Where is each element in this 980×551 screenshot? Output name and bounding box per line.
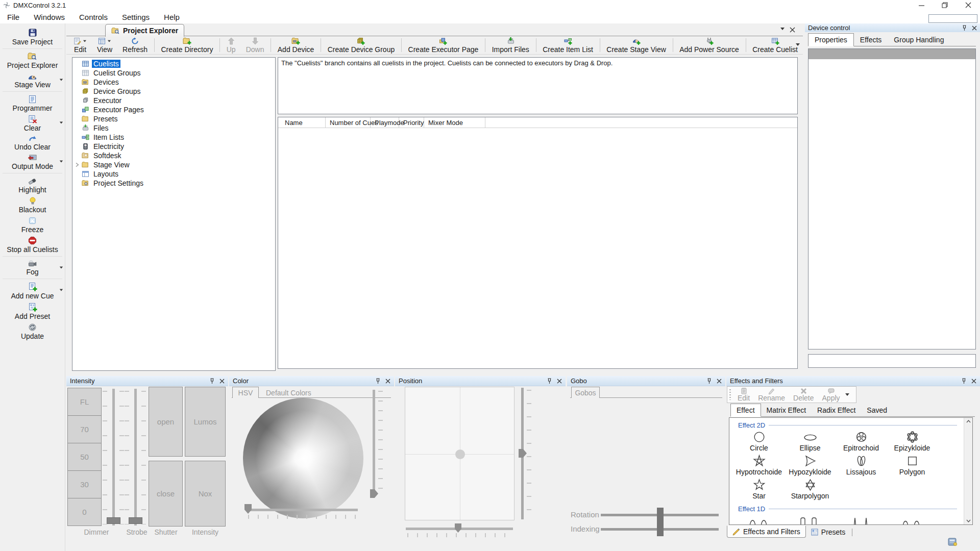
close-panel-icon[interactable] bbox=[717, 379, 722, 384]
tree-item-item-lists[interactable]: Item Lists bbox=[72, 133, 275, 142]
intensity-preset-30[interactable]: 30 bbox=[67, 470, 102, 498]
scroll-up-icon[interactable] bbox=[966, 420, 971, 423]
column-header-mixer-mode[interactable]: Mixer Mode bbox=[424, 117, 485, 128]
effect-item-epitrochoid[interactable]: Epitrochoid bbox=[836, 430, 887, 454]
pin-icon[interactable] bbox=[707, 378, 712, 384]
undo-clear-button[interactable]: Undo Clear bbox=[0, 133, 65, 152]
effect-item-round-wave[interactable] bbox=[887, 513, 938, 525]
pin-icon[interactable] bbox=[376, 378, 380, 384]
view-button[interactable]: View bbox=[92, 36, 117, 54]
pin-icon[interactable] bbox=[962, 25, 967, 31]
bottom-tab-effects-and-filters[interactable]: Effects and Filters bbox=[727, 525, 806, 538]
tree-item-layouts[interactable]: Layouts bbox=[72, 169, 275, 179]
tree-item-cuelists[interactable]: Cuelists bbox=[72, 59, 275, 68]
strobe-slider-thumb[interactable] bbox=[129, 517, 142, 524]
effect-item-wave[interactable] bbox=[733, 513, 785, 525]
tree-item-project-settings[interactable]: Project Settings bbox=[72, 179, 275, 188]
tab-close-icon[interactable] bbox=[790, 27, 795, 33]
create-directory-button[interactable]: Create Directory bbox=[156, 36, 218, 54]
up-button[interactable]: Up bbox=[222, 36, 241, 54]
tab-gobos[interactable]: Gobos bbox=[571, 387, 600, 398]
value-slider-thumb[interactable] bbox=[370, 489, 378, 498]
down-button[interactable]: Down bbox=[241, 36, 270, 54]
intensity-preset-0[interactable]: 0 bbox=[67, 498, 102, 526]
tree-item-cuelist-groups[interactable]: Cuelist Groups bbox=[72, 68, 275, 78]
create-executor-page-button[interactable]: Create Executor Page bbox=[403, 36, 484, 54]
quick-search-field[interactable] bbox=[928, 14, 977, 23]
effect-item-hypotrochoide[interactable]: Hypotrochoide bbox=[733, 454, 785, 478]
close-panel-icon[interactable] bbox=[971, 379, 976, 384]
add-power-source-button[interactable]: Add Power Source bbox=[674, 36, 744, 54]
pin-icon[interactable] bbox=[210, 378, 214, 384]
add-new-cue-button[interactable]: Add new Cue bbox=[0, 281, 65, 301]
update-button[interactable]: Update bbox=[0, 321, 65, 341]
pin-icon[interactable] bbox=[547, 378, 552, 384]
menu-settings[interactable]: Settings bbox=[115, 10, 157, 23]
close-panel-icon[interactable] bbox=[972, 26, 977, 31]
pan-slider-thumb[interactable] bbox=[455, 523, 461, 533]
effect-rename-button[interactable]: Rename bbox=[754, 388, 789, 402]
pin-icon[interactable] bbox=[962, 378, 966, 384]
intensity-nox-button[interactable]: Nox bbox=[185, 461, 226, 527]
tree-item-presets[interactable]: Presets bbox=[72, 114, 275, 123]
create-stage-view-button[interactable]: Create Stage View bbox=[601, 36, 671, 54]
effect-apply-button[interactable]: Apply bbox=[818, 388, 844, 402]
tree-item-device-groups[interactable]: Device Groups bbox=[72, 87, 275, 96]
close-panel-icon[interactable] bbox=[219, 379, 225, 384]
status-tray-icon[interactable] bbox=[947, 537, 958, 547]
effect-item-polygon[interactable]: Polygon bbox=[887, 454, 938, 478]
output-mode-button[interactable]: Output Mode bbox=[0, 152, 65, 171]
effect-item-epizykloide[interactable]: Epizykloide bbox=[887, 430, 938, 454]
tab-properties[interactable]: Properties bbox=[808, 33, 854, 46]
tab-group-handling[interactable]: Group Handling bbox=[888, 34, 950, 46]
effects-scrollbar[interactable] bbox=[964, 418, 972, 524]
stage-view-button[interactable]: Stage View bbox=[0, 70, 65, 90]
tree-item-executor[interactable]: Executor bbox=[72, 96, 275, 105]
fog-button[interactable]: Fog bbox=[0, 258, 65, 277]
dimmer-slider[interactable] bbox=[112, 389, 115, 525]
close-panel-icon[interactable] bbox=[557, 379, 562, 384]
add-new-cue-dropdown-icon[interactable] bbox=[60, 289, 63, 291]
stop-all-cuelists-button[interactable]: Stop all Cuelists bbox=[0, 235, 65, 255]
effect-item-starpolygon[interactable]: Starpolygon bbox=[785, 478, 836, 502]
close-panel-icon[interactable] bbox=[385, 379, 390, 384]
intensity-preset-70[interactable]: 70 bbox=[67, 415, 102, 443]
edit-dropdown-icon[interactable] bbox=[83, 40, 86, 42]
tree-item-files[interactable]: Files bbox=[72, 123, 275, 133]
shutter-open-button[interactable]: open bbox=[149, 387, 183, 457]
add-device-button[interactable]: Add Device bbox=[273, 36, 320, 54]
freeze-button[interactable]: Freeze bbox=[0, 215, 65, 235]
effect-item-spike-wave[interactable] bbox=[836, 513, 887, 525]
create-device-group-button[interactable]: Create Device Group bbox=[323, 36, 400, 54]
pan-tilt-position-dot[interactable] bbox=[455, 449, 465, 459]
tab-project-explorer[interactable]: Project Explorer bbox=[105, 24, 184, 37]
close-button[interactable] bbox=[957, 0, 980, 10]
create-item-list-button[interactable]: Create Item List bbox=[537, 36, 598, 54]
stage-view-dropdown-icon[interactable] bbox=[60, 79, 63, 81]
tab-list-dropdown-icon[interactable] bbox=[780, 28, 785, 30]
toolbar-grip[interactable] bbox=[729, 389, 731, 400]
scroll-down-icon[interactable] bbox=[966, 519, 971, 522]
tab-matrix-effect[interactable]: Matrix Effect bbox=[761, 404, 812, 416]
tab-effect[interactable]: Effect bbox=[730, 404, 761, 417]
tree-item-electricity[interactable]: Electricity bbox=[72, 142, 275, 151]
tab-default-colors[interactable]: Default Colors bbox=[266, 389, 311, 397]
tab-hsv[interactable]: HSV bbox=[232, 387, 259, 398]
toolbar-overflow-icon[interactable] bbox=[796, 43, 800, 46]
edit-button[interactable]: Edit bbox=[68, 36, 92, 54]
column-header-number-of-cues[interactable]: Number of Cues bbox=[326, 117, 371, 128]
view-dropdown-icon[interactable] bbox=[108, 40, 111, 42]
refresh-button[interactable]: Refresh bbox=[117, 36, 153, 54]
output-mode-dropdown-icon[interactable] bbox=[60, 161, 63, 163]
intensity-preset-50[interactable]: 50 bbox=[67, 443, 102, 471]
column-header-priority[interactable]: Priority bbox=[399, 117, 424, 128]
tab-saved[interactable]: Saved bbox=[861, 404, 893, 416]
tilt-slider-thumb[interactable] bbox=[519, 449, 527, 458]
effect-item-hypozykloide[interactable]: Hypozykloide bbox=[785, 454, 836, 478]
programmer-button[interactable]: Programmer bbox=[0, 93, 65, 113]
tree-item-stage-view[interactable]: Stage View bbox=[72, 160, 275, 169]
dimmer-slider-thumb[interactable] bbox=[107, 517, 120, 524]
import-files-button[interactable]: Import Files bbox=[487, 36, 534, 54]
pan-tilt-pad[interactable] bbox=[405, 387, 514, 520]
effect-item-square-wave[interactable] bbox=[785, 513, 836, 525]
